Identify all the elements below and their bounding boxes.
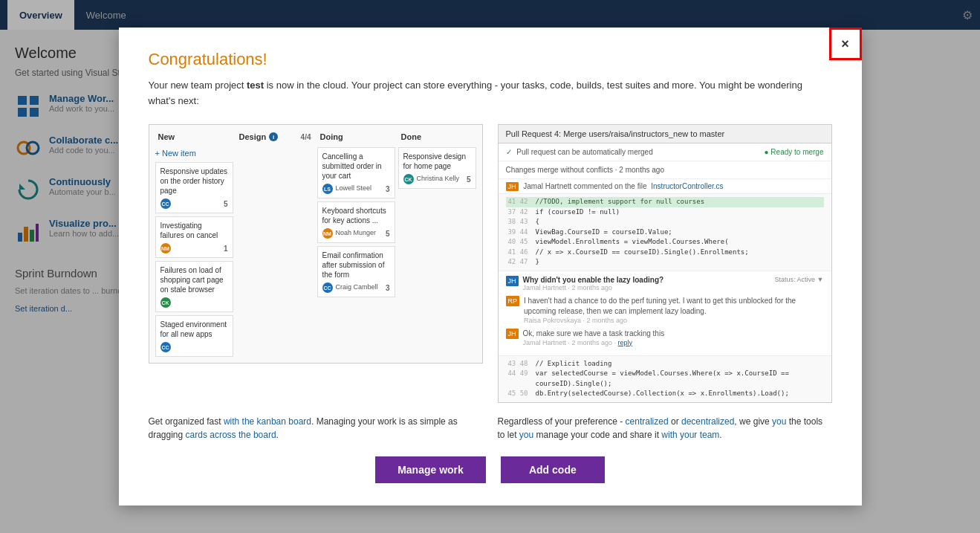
code-line: 41 42 //TODO, implement support for null…: [506, 197, 824, 207]
pr-preview-col: Pull Request 4: Merge users/raisa/instru…: [498, 124, 832, 403]
file-link[interactable]: InstructorController.cs: [651, 182, 723, 190]
pr-meta2: Changes merge without conflicts · 2 mont…: [499, 161, 831, 179]
bottom-text-right: Regardless of your preference - centrali…: [498, 415, 832, 442]
pr-thread: JH Why didn't you enable the lazy loadin…: [499, 271, 831, 356]
pr-check-icon: ✓: [506, 148, 512, 156]
thread-item: JH Ok, make sure we have a task tracking…: [506, 329, 824, 346]
pr-status-badge: Status: Active ▼: [775, 276, 824, 283]
code-line: 38 43 {: [506, 217, 824, 227]
avatar: LS: [322, 184, 333, 194]
modal-dialog: × Congratulations! Your new team project…: [119, 28, 862, 505]
modal-title: Congratulations!: [149, 50, 832, 69]
modal-columns: New Design i 4/4 Doing Done: [149, 124, 832, 403]
manage-work-button[interactable]: Manage work: [375, 456, 486, 483]
pr-comment-header: JH Jamal Hartnett commented on the file …: [499, 179, 831, 194]
avatar: CK: [160, 297, 171, 308]
kanban-col-design: Design i 4/4: [236, 131, 314, 143]
code-line: 40 45 viewModel.Enrollments = viewModel.…: [506, 237, 824, 248]
avatar: CC: [160, 342, 171, 352]
pr-ready-badge: ● Ready to merge: [765, 148, 824, 156]
kanban-lane-new: + New item Responsive updates on the ord…: [155, 147, 233, 357]
kanban-board: New Design i 4/4 Doing Done: [149, 124, 483, 364]
kanban-preview-col: New Design i 4/4 Doing Done: [149, 124, 483, 403]
thread-avatar: RP: [506, 296, 520, 306]
code-line: 39 44 ViewBag.CourseID = courseID.Value;: [506, 227, 824, 238]
code-block-bottom: 43 48 // Explicit loading 44 49 var sele…: [499, 356, 831, 402]
kanban-card: Investigating failures on cancel NM 1: [155, 216, 233, 258]
avatar: NM: [160, 243, 171, 253]
reply-link[interactable]: reply: [618, 339, 633, 346]
modal-bottom-texts: Get organized fast with the kanban board…: [149, 415, 832, 442]
avatar: CC: [160, 198, 171, 209]
new-item-button[interactable]: + New item: [155, 147, 233, 159]
modal-buttons: Manage work Add code: [149, 456, 832, 483]
commenter-avatar: JH: [506, 182, 519, 191]
kanban-body: + New item Responsive updates on the ord…: [155, 147, 476, 357]
thread-avatar: JH: [506, 329, 519, 339]
kanban-card: Cancelling a submitted order in your car…: [317, 147, 395, 198]
code-line: 37 42 if (courseID != null): [506, 207, 824, 218]
bottom-text-left: Get organized fast with the kanban board…: [149, 415, 483, 442]
code-line: 42 47 }: [506, 257, 824, 268]
pr-title: Pull Request 4: Merge users/raisa/instru…: [499, 125, 831, 143]
avatar: CC: [322, 282, 333, 293]
kanban-card: Email confirmation after submission of t…: [317, 246, 395, 297]
thread-avatar: JH: [506, 276, 519, 286]
pr-meta: ✓ Pull request can be automatically merg…: [499, 143, 831, 161]
add-code-button[interactable]: Add code: [501, 456, 605, 483]
avatar: NM: [322, 228, 333, 239]
modal-overlay: × Congratulations! Your new team project…: [0, 0, 980, 533]
avatar: CK: [403, 174, 414, 184]
kanban-card: Keyboard shortcuts for key actions ... N…: [317, 201, 395, 243]
code-block: 41 42 //TODO, implement support for null…: [499, 194, 831, 271]
thread-item: JH Why didn't you enable the lazy loadin…: [506, 276, 824, 291]
kanban-card: Responsive design for home page CK Chris…: [398, 147, 476, 189]
kanban-col-new: New: [155, 131, 233, 143]
code-line: 41 46 // x => x.CourseID == courseID).Si…: [506, 248, 824, 258]
kanban-col-doing: Doing: [317, 131, 395, 143]
design-badge: 4/4: [301, 133, 311, 141]
kanban-col-done: Done: [398, 131, 476, 143]
kanban-card: Responsive updates on the order history …: [155, 162, 233, 213]
kanban-lane-doing: Cancelling a submitted order in your car…: [317, 147, 395, 357]
modal-intro-text: Your new team project test is now in the…: [149, 78, 832, 109]
kanban-card: Failures on load of shopping cart page o…: [155, 261, 233, 312]
kanban-header: New Design i 4/4 Doing Done: [155, 131, 476, 143]
kanban-lane-design: [236, 147, 314, 357]
thread-item: RP I haven't had a chance to do the perf…: [506, 296, 824, 324]
design-info-icon: i: [269, 132, 278, 141]
modal-close-button[interactable]: ×: [829, 28, 862, 60]
kanban-card: Staged environment for all new apps CC: [155, 315, 233, 357]
pr-panel: Pull Request 4: Merge users/raisa/instru…: [498, 124, 832, 403]
kanban-lane-done: Responsive design for home page CK Chris…: [398, 147, 476, 357]
